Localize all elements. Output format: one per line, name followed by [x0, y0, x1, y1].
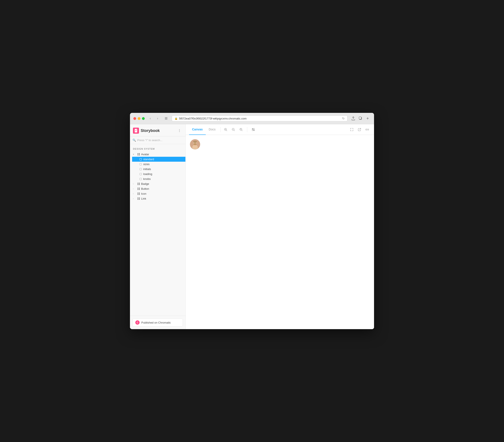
sidebar-item-icon[interactable]: › Icon: [130, 191, 185, 196]
sidebar-header: Storybook: [130, 124, 185, 136]
component-icon: [137, 197, 140, 200]
avatar-label: Avatar: [141, 153, 149, 156]
search-icon: 🔍: [132, 139, 136, 142]
chromatic-icon: C: [135, 320, 140, 325]
avatar-children: ▾ standard ▾ sizes: [130, 157, 185, 181]
sizes-label: sizes: [143, 163, 150, 166]
reload-icon[interactable]: ↻: [342, 117, 345, 120]
background-toggle-button[interactable]: [250, 126, 257, 133]
sidebar-item-standard[interactable]: ▾ standard: [132, 157, 185, 162]
sidebar-item-sizes[interactable]: ▾ sizes: [132, 162, 185, 166]
chevron-right-icon: ›: [133, 197, 136, 200]
story-icon: [139, 163, 142, 165]
avatar-image: [190, 139, 200, 149]
sidebar-menu-button[interactable]: [176, 128, 182, 134]
svg-point-7: [179, 129, 180, 130]
svg-rect-14: [253, 128, 254, 129]
search-placeholder-text: Press "/" to search...: [137, 139, 162, 142]
app-container: Storybook 🔍 Press "/" to search... DESIG…: [130, 124, 374, 329]
story-icon: [139, 178, 142, 180]
avatar-preview: [190, 139, 200, 149]
icon-divider: [247, 127, 247, 132]
sidebar-item-initials[interactable]: ▾ initials: [132, 166, 185, 171]
svg-rect-2: [165, 119, 167, 119]
maximize-button[interactable]: [142, 117, 145, 120]
sidebar-toggle-button[interactable]: [163, 115, 169, 121]
tab-canvas[interactable]: Canvas: [189, 124, 206, 135]
zoom-reset-button[interactable]: [238, 126, 245, 133]
browser-chrome: ‹ › 🔒 5f072ea07f0c0f0022f1773f-wklyqycxm…: [130, 113, 374, 124]
story-icon: [139, 158, 142, 160]
fullscreen-button[interactable]: [348, 126, 355, 133]
sidebar-footer: C Published on Chromatic: [130, 316, 185, 329]
search-bar[interactable]: 🔍 Press "/" to search...: [130, 136, 185, 144]
svg-point-21: [193, 141, 197, 143]
svg-rect-13: [252, 128, 253, 129]
svg-rect-16: [253, 129, 254, 131]
zoom-out-button[interactable]: [230, 126, 237, 133]
sidebar-item-avatar[interactable]: ▾ Avatar: [130, 152, 185, 157]
sidebar-content: DESIGN SYSTEM ▾ Avatar ▾: [130, 144, 185, 316]
toolbar: Canvas Docs: [186, 124, 374, 135]
story-icon: [139, 168, 142, 170]
chevron-right-icon: ›: [133, 193, 136, 195]
component-icon: [137, 153, 140, 155]
standard-label: standard: [143, 158, 154, 161]
icon-label: Icon: [141, 192, 146, 195]
forward-button[interactable]: ›: [155, 115, 161, 121]
chevron-right-icon: ›: [133, 188, 136, 190]
copy-link-button[interactable]: [364, 126, 371, 133]
canvas-tab-label: Canvas: [192, 128, 203, 131]
toolbar-right: [348, 126, 371, 133]
toolbar-icons: [222, 126, 257, 133]
svg-rect-0: [165, 117, 167, 118]
sidebar: Storybook 🔍 Press "/" to search... DESIG…: [130, 124, 186, 329]
duplicate-button[interactable]: [357, 115, 364, 121]
share-button[interactable]: [350, 115, 357, 121]
traffic-lights: [133, 117, 145, 120]
initials-label: initials: [143, 167, 151, 171]
back-button[interactable]: ‹: [147, 115, 153, 121]
button-label: Button: [141, 187, 149, 190]
tab-docs[interactable]: Docs: [206, 124, 219, 135]
component-icon: [137, 188, 140, 190]
svg-point-9: [179, 131, 180, 132]
storybook-logo-icon: [133, 128, 139, 134]
main-panel: Canvas Docs: [186, 124, 374, 329]
component-icon: [137, 193, 140, 195]
section-label: DESIGN SYSTEM: [130, 147, 185, 152]
knobs-label: knobs: [143, 177, 151, 181]
svg-rect-1: [165, 118, 167, 119]
docs-tab-label: Docs: [209, 128, 216, 131]
new-tab-button[interactable]: +: [365, 115, 371, 121]
svg-rect-4: [359, 117, 361, 119]
sidebar-item-knobs[interactable]: ▾ knobs: [132, 176, 185, 181]
sidebar-item-link[interactable]: › Link: [130, 196, 185, 201]
zoom-in-button[interactable]: [222, 126, 229, 133]
browser-actions: +: [350, 115, 371, 121]
minimize-button[interactable]: [138, 117, 141, 120]
address-bar[interactable]: 🔒 5f072ea07f0c0f0022f1773f-wklyqycxmv.ch…: [172, 115, 347, 121]
open-new-window-button[interactable]: [356, 126, 363, 133]
chromatic-badge[interactable]: C Published on Chromatic: [132, 318, 183, 327]
sidebar-item-button[interactable]: › Button: [130, 186, 185, 191]
svg-point-8: [179, 130, 180, 131]
chromatic-label: Published on Chromatic: [141, 321, 171, 324]
lock-icon: 🔒: [175, 117, 178, 120]
app-title: Storybook: [141, 129, 175, 133]
component-icon: [137, 183, 140, 185]
sidebar-item-badge[interactable]: › Badge: [130, 181, 185, 186]
loading-label: loading: [143, 172, 152, 176]
sidebar-item-loading[interactable]: ▾ loading: [132, 171, 185, 176]
chevron-down-icon: ▾: [133, 153, 136, 155]
canvas-area: [186, 135, 374, 329]
svg-rect-15: [252, 129, 253, 131]
tab-divider: [220, 127, 220, 132]
chevron-right-icon: ›: [133, 183, 136, 185]
story-icon: [139, 173, 142, 175]
svg-point-6: [137, 129, 137, 130]
nav-buttons: ‹ ›: [147, 115, 161, 121]
badge-label: Badge: [141, 182, 149, 185]
svg-point-22: [194, 144, 197, 145]
close-button[interactable]: [133, 117, 136, 120]
